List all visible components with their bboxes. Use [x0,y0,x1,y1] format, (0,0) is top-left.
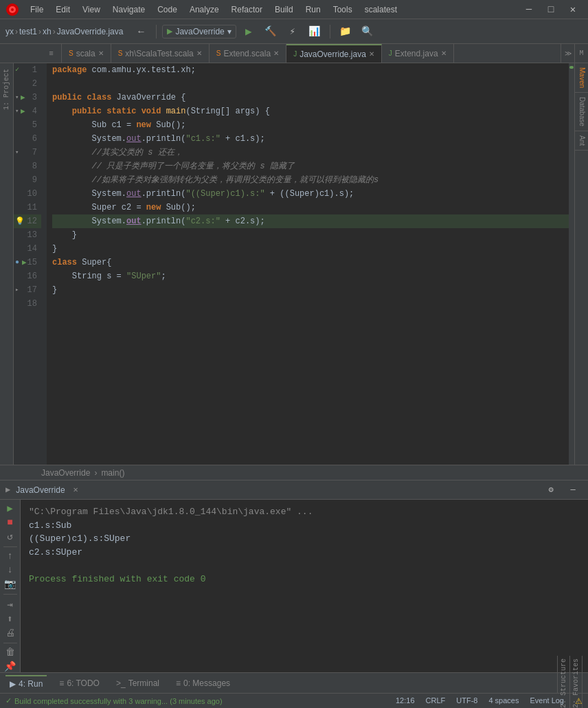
status-indent[interactable]: 4 spaces [488,696,519,706]
menu-analyze[interactable]: Analyze [184,3,225,16]
tab-run[interactable]: ▶ 4: Run [5,675,47,692]
extend-scala-tab-icon: S [216,49,221,57]
messages-tab-label: 0: Messages [183,678,230,688]
status-line-ending[interactable]: CRLF [426,696,446,706]
project-button[interactable]: 📁 [336,22,355,41]
menu-refactor[interactable]: Refactor [226,3,268,16]
editor-scrollbar[interactable] [569,63,574,465]
fold-3[interactable]: ▾ [15,91,19,104]
tab-extend-scala[interactable]: S Extend.scala ✕ [210,44,286,63]
project-tab[interactable]: 1: Project [1,66,12,113]
tab-extend-java[interactable]: J Extend.java ✕ [382,44,454,63]
tab-scala[interactable]: S scala ✕ [62,44,111,63]
back-button[interactable]: ← [131,22,150,41]
run-button[interactable]: ▶ [239,22,258,41]
profile-button[interactable]: 📊 [305,22,324,41]
fold-17[interactable]: ▸ [15,283,19,297]
javaoverride-tab-icon: J [293,50,297,58]
menu-run[interactable]: Run [300,3,326,16]
run-scroll-up-button[interactable]: ↑ [3,551,18,562]
favorites-tab[interactable]: 2: Favorites [570,656,583,709]
coverage-button[interactable]: ⚡ [283,22,302,41]
scala-tab-close[interactable]: ✕ [98,49,104,57]
run-screenshot-button[interactable]: 📷 [3,578,18,590]
run-wrap-button[interactable]: ⇥ [3,599,18,610]
menu-bar: File Edit View Navigate Code Analyze Ref… [0,0,588,19]
fold-4[interactable]: ▾ [15,104,19,118]
code-line-11: Super c2 = new Sub(); [52,201,569,214]
line-number-2: 2 [14,77,41,91]
code-line-7: //其实父类的 s 还在， [52,146,569,159]
line-number-8: 8 [14,159,41,173]
code-line-13: } [52,228,569,242]
menu-app-title[interactable]: scalatest [359,3,403,16]
code-line-1: package com.amhu.yx.test1.xh; [52,63,569,77]
extend-java-tab-close[interactable]: ✕ [441,49,446,57]
maven-tab[interactable]: Maven [575,63,588,93]
tab-terminal[interactable]: >_ Terminal [112,676,163,691]
structure-tab[interactable]: 2: Structure [558,656,570,709]
tab-scalatest[interactable]: S xh\ScalaTest.scala ✕ [111,44,210,63]
menu-file[interactable]: File [25,3,49,16]
maven-label[interactable]: M [579,49,583,57]
terminal-tab-label: Terminal [128,678,159,688]
line-number-9: 9 [14,173,41,187]
search-button[interactable]: 🔍 [358,22,377,41]
run-panel: ▶ JavaOverride ✕ ⚙ ─ ▶ ■ ↺ ↑ ↓ [0,480,588,672]
tab-messages[interactable]: ≡ 0: Messages [172,676,234,691]
line-number-1: ✓ 1 [14,63,41,77]
toolbar: yx › test1 › xh › JavaOverride.java ← ▶ … [0,19,588,44]
run-stop-button[interactable]: ■ [3,517,18,528]
menu-view[interactable]: View [77,3,106,16]
lightbulb-12[interactable]: 💡 [15,214,25,228]
tab-javaoverride[interactable]: J JavaOverride.java ✕ [286,44,382,63]
breadcrumb: yx › test1 › xh › JavaOverride.java [5,27,123,36]
fold-7[interactable]: ▾ [15,146,19,159]
menu-edit[interactable]: Edit [50,3,76,16]
code-content[interactable]: package com.amhu.yx.test1.xh; public cla… [47,63,569,465]
run-rerun-button[interactable]: ↺ [3,531,18,542]
run-config-dropdown[interactable]: ▶ JavaOverride ▾ [162,25,236,38]
menu-build[interactable]: Build [269,3,299,16]
run-output-line-3: c2.s:SUper [29,546,580,560]
svg-point-2 [11,8,14,11]
javaoverride-tab-close[interactable]: ✕ [369,50,374,58]
run-minimize-button[interactable]: ─ [563,480,583,500]
breadcrumb-editor-method: main() [101,468,124,478]
status-encoding[interactable]: UTF-8 [456,696,477,706]
code-line-4: public static void main (String[] args) … [52,104,569,118]
run-settings-button[interactable]: ⚙ [541,480,561,500]
breadcrumb-test1[interactable]: test1 [19,27,37,36]
run-print-button[interactable]: 🖨 [3,628,18,639]
run-clear-button[interactable]: 🗑 [3,647,18,658]
scala-tab-icon: S [69,49,74,57]
extend-scala-tab-close[interactable]: ✕ [273,49,279,57]
run-scroll-down-button[interactable]: ↓ [3,564,18,575]
run-filter-button[interactable]: ⬆ [3,613,18,625]
build-button[interactable]: 🔨 [261,22,280,41]
run-pin-button[interactable]: 📌 [3,661,18,672]
run-start-button[interactable]: ▶ [3,502,18,514]
bullet-15: ● [15,256,19,269]
ant-tab[interactable]: Ant [575,131,588,151]
run-panel-title: JavaOverride [16,485,65,495]
tab-todo[interactable]: ≡ 6: TODO [55,676,104,691]
menu-code[interactable]: Code [152,3,183,16]
tabs-overflow-icon[interactable]: ≫ [565,49,572,58]
scroll-indicator-top [569,66,574,69]
close-button[interactable]: ✕ [563,0,583,19]
run-left-toolbar: ▶ ■ ↺ ↑ ↓ 📷 ⇥ ⬆ 🖨 🗑 📌 [0,500,21,672]
breadcrumb-file[interactable]: JavaOverride.java [57,27,124,36]
run-panel-close[interactable]: ✕ [74,485,78,495]
menu-tools[interactable]: Tools [328,3,358,16]
run-output-cmd: "C:\Program Files\Java\jdk1.8.0_144\bin\… [29,505,580,519]
line-number-10: 10 [14,187,41,201]
database-tab[interactable]: Database [575,93,588,131]
breadcrumb-yx[interactable]: yx [5,27,14,36]
menu-navigate[interactable]: Navigate [107,3,150,16]
breadcrumb-xh[interactable]: xh [43,27,52,36]
extend-java-tab-icon: J [389,49,392,57]
scalatest-tab-close[interactable]: ✕ [196,49,202,57]
maximize-button[interactable]: □ [541,0,561,19]
minimize-button[interactable]: ─ [519,0,539,19]
